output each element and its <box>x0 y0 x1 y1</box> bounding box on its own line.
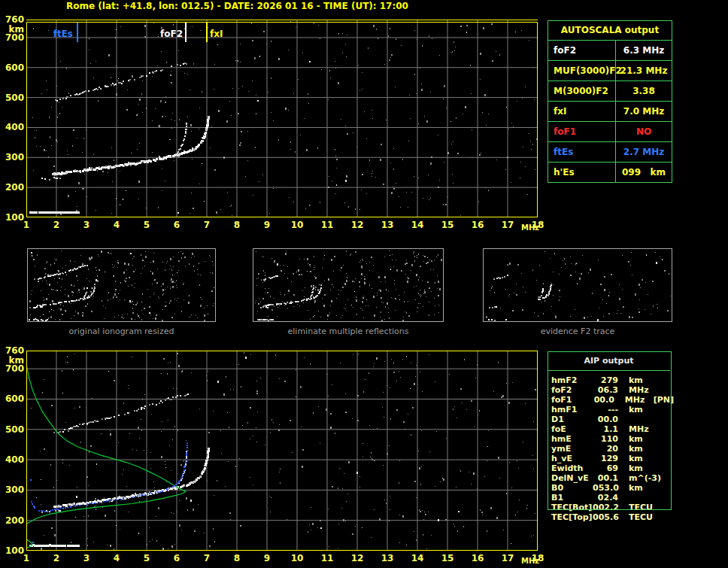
x-axis-tick-label: 16 <box>469 553 486 563</box>
autoscala-screen: Rome (lat: +41.8, lon: 012.5) - DATE: 20… <box>0 0 728 568</box>
x-axis-tick-label: 15 <box>439 553 456 563</box>
x-axis-tick-label: 1 <box>18 220 35 230</box>
x-axis-tick-label: 1 <box>18 553 35 563</box>
gridlines <box>27 351 537 550</box>
y-axis-tick-label: 500 <box>3 93 24 103</box>
noise-speckle <box>255 251 442 321</box>
ionogram-profile-plot <box>26 351 538 551</box>
marker-label-fof2: foF2 <box>154 29 183 39</box>
x-axis-tick-label: 9 <box>259 553 275 563</box>
aip-label: h_vE <box>548 454 593 463</box>
x-axis-tick-label: 5 <box>138 553 155 563</box>
aip-value: 053.0 <box>593 483 618 493</box>
page-title: Rome (lat: +41.8, lon: 012.5) - DATE: 20… <box>66 1 408 11</box>
aip-label: B0 <box>548 483 593 493</box>
aip-value: 129 <box>593 454 618 463</box>
aip-unit: TECU <box>618 503 657 512</box>
aip-value: 005.6 <box>593 512 618 522</box>
aip-note <box>657 503 659 512</box>
aip-note <box>657 444 659 454</box>
ionogram-main-canvas <box>26 20 538 217</box>
aip-note <box>657 473 659 483</box>
parameter-name: h'Es <box>548 163 616 182</box>
x-axis-tick-label: 9 <box>259 220 275 230</box>
x-axis-tick-label: 12 <box>349 553 366 563</box>
thumbnail-caption-2: eliminate multiple reflections <box>253 327 444 336</box>
marker-label-fxi: fxI <box>210 29 232 39</box>
aip-unit: km <box>618 434 657 444</box>
y-axis-tick-label: 200 <box>3 182 24 193</box>
aip-row-hmf2: hmF2279km <box>548 375 674 385</box>
autoscala-row-fof1: foF1NO <box>548 122 672 142</box>
thumbnail-original-ionogram <box>27 248 216 322</box>
aip-note: [PN] <box>652 395 674 405</box>
parameter-value: 3.38 <box>616 81 672 101</box>
autoscala-row-fof2: foF26.3 MHz <box>548 41 672 61</box>
aip-unit <box>618 493 657 503</box>
aip-note <box>657 434 659 444</box>
thumbnail-eliminate-reflections <box>253 248 444 322</box>
aip-label: TEC[Top] <box>548 512 593 522</box>
noise-speckle <box>30 21 538 216</box>
aip-note <box>657 405 659 415</box>
parameter-value: 6.3 MHz <box>616 41 672 60</box>
x-axis-tick-label: 6 <box>168 220 185 230</box>
aip-note <box>657 424 659 434</box>
mini-traces <box>29 265 96 321</box>
parameter-name: foF1 <box>548 122 616 141</box>
aip-unit: km <box>618 454 657 463</box>
aip-row-tecbot: TEC[Bot]002.2TECU <box>548 503 674 512</box>
parameter-value: NO <box>616 122 672 141</box>
aip-label: hmF1 <box>548 405 593 415</box>
aip-row-fof1: foF100.0MHz[PN] <box>548 395 674 405</box>
aip-table-rows: hmF2279kmfoF206.3MHzfoF100.0MHz[PN]hmF1-… <box>548 375 674 522</box>
aip-unit: m^(-3) <box>618 473 657 483</box>
aip-unit: MHz <box>618 385 657 395</box>
x-axis-tick-label: 12 <box>349 220 366 230</box>
aip-row-b0: B0053.0km <box>548 483 674 493</box>
autoscala-row-hes: h'Es099 km <box>548 163 672 182</box>
aip-note <box>657 375 659 385</box>
aip-row-delnve: DelN_vE00.1m^(-3) <box>548 473 674 483</box>
marker-label-ftes: ftEs <box>47 29 73 39</box>
aip-row-yme: ymE20km <box>548 444 674 454</box>
x-axis-tick-label: 7 <box>199 220 215 230</box>
aip-value: 02.4 <box>593 493 618 503</box>
ionogram-main-plot <box>26 20 538 217</box>
x-axis-tick-label: 17 <box>499 553 516 563</box>
aip-value: 00.0 <box>590 395 614 405</box>
aip-value: 002.2 <box>593 503 618 512</box>
y-axis-tick-label: 300 <box>3 484 24 495</box>
x-axis-tick-label: 11 <box>319 220 335 230</box>
parameter-value: 2.7 MHz <box>616 142 672 162</box>
x-axis-tick-label: 3 <box>78 553 95 563</box>
x-axis-tick-label: 10 <box>289 553 305 563</box>
aip-label: TEC[Bot] <box>548 503 593 512</box>
x-axis-tick-label: 14 <box>409 553 426 563</box>
autoscala-row-muf3000f2: MUF(3000)F221.3 MHz <box>548 61 672 81</box>
y-axis-tick-label: 400 <box>3 454 24 465</box>
parameter-value: 7.0 MHz <box>616 102 672 121</box>
thumbnail-evidence-f2 <box>483 248 672 322</box>
y-axis-tick-label: 600 <box>3 393 24 404</box>
aip-unit <box>618 415 657 424</box>
aip-label: hmE <box>548 434 593 444</box>
aip-unit: km <box>618 463 657 473</box>
aip-row-fof2: foF206.3MHz <box>548 385 674 395</box>
aip-value: 279 <box>593 375 618 385</box>
x-axis-tick-label: 17 <box>499 220 516 230</box>
thumbnail-caption-3: evidence F2 trace <box>483 327 672 336</box>
aip-note <box>657 493 659 503</box>
aip-unit: TECU <box>618 512 657 522</box>
autoscala-row-ftes: ftEs2.7 MHz <box>548 142 672 163</box>
aip-note <box>657 512 659 522</box>
aip-label: foE <box>548 424 593 434</box>
aip-output-table: AIP output hmF2279kmfoF206.3MHzfoF100.0M… <box>548 351 674 522</box>
autoscala-table-rows: foF26.3 MHzMUF(3000)F221.3 MHzM(3000)F23… <box>548 41 672 182</box>
aip-unit: km <box>618 483 657 493</box>
aip-unit: km <box>618 375 657 385</box>
x-axis-tick-label: 8 <box>229 220 245 230</box>
y-axis-tick-label: 600 <box>3 62 24 73</box>
aip-label: Ewidth <box>548 463 593 473</box>
y-axis-tick-label: 760 <box>3 345 24 356</box>
